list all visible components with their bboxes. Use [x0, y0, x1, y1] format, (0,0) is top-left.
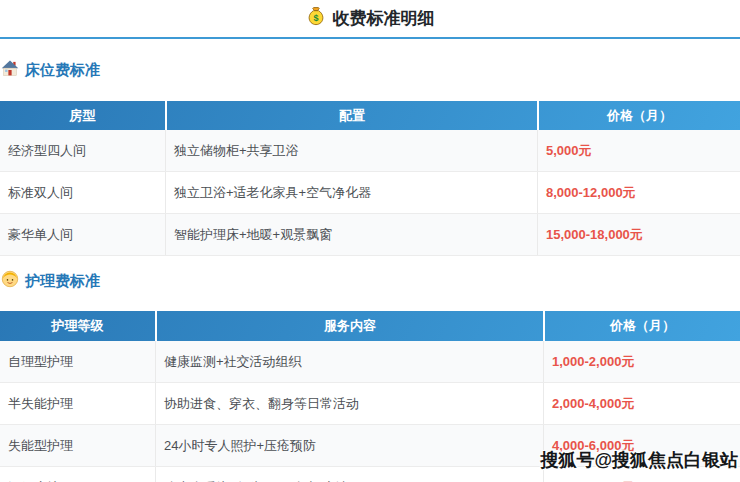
nursing-level-cell: 失能型护理 [0, 425, 155, 466]
money-bag-icon: $ [306, 6, 326, 32]
price-cell: 8,000-12,000元 [537, 172, 740, 213]
configuration-cell: 独立储物柜+共享卫浴 [165, 130, 537, 171]
price-cell: 5,000元 [537, 130, 740, 171]
bed-fee-table: 房型 配置 价格（月） 经济型四人间 独立储物柜+共享卫浴 5,000元 标准双… [0, 101, 740, 256]
price-cell: 2,000-4,000元 [543, 383, 740, 424]
bed-fee-table-header: 房型 配置 价格（月） [0, 101, 740, 130]
service-content-cell: 24小时专人照护+压疮预防 [155, 425, 543, 466]
house-icon [1, 59, 19, 81]
room-type-cell: 标准双人间 [0, 172, 165, 213]
section-heading-bed-fee: 床位费标准 [1, 59, 740, 81]
price-cell: 15,000-18,000元 [537, 214, 740, 255]
page-header: $ 收费标准明细 [0, 0, 740, 32]
page-title-text: 收费标准明细 [333, 8, 435, 30]
table-row: 经济型四人间 独立储物柜+共享卫浴 5,000元 [0, 130, 740, 172]
column-header-nursing-level: 护理等级 [0, 311, 155, 341]
nursing-level-cell: 认知症护理 [0, 467, 155, 482]
table-row: 半失能护理 协助进食、穿衣、翻身等日常活动 2,000-4,000元 [0, 383, 740, 425]
column-header-configuration: 配置 [165, 101, 537, 130]
section-heading-text: 护理费标准 [25, 272, 100, 290]
table-row: 自理型护理 健康监测+社交活动组织 1,000-2,000元 [0, 341, 740, 383]
nurse-icon [1, 270, 19, 292]
watermark: 搜狐号@搜狐焦点白银站 [540, 448, 738, 472]
table-row: 标准双人间 独立卫浴+适老化家具+空气净化器 8,000-12,000元 [0, 172, 740, 214]
column-header-service-content: 服务内容 [155, 311, 543, 341]
nursing-fee-table-header: 护理等级 服务内容 价格（月） [0, 311, 740, 341]
service-content-cell: 防走失系统+行为干预+怀旧疗法 [155, 467, 543, 482]
room-type-cell: 豪华单人间 [0, 214, 165, 255]
service-content-cell: 协助进食、穿衣、翻身等日常活动 [155, 383, 543, 424]
page-title: $ 收费标准明细 [306, 6, 435, 32]
bed-fee-table-body: 经济型四人间 独立储物柜+共享卫浴 5,000元 标准双人间 独立卫浴+适老化家… [0, 130, 740, 256]
section-heading-text: 床位费标准 [25, 61, 100, 79]
title-divider [0, 37, 740, 39]
configuration-cell: 独立卫浴+适老化家具+空气净化器 [165, 172, 537, 213]
table-row: 豪华单人间 智能护理床+地暖+观景飘窗 15,000-18,000元 [0, 214, 740, 256]
price-cell: 1,000-2,000元 [543, 341, 740, 382]
svg-text:$: $ [313, 13, 318, 23]
column-header-price: 价格（月） [543, 311, 740, 341]
nursing-level-cell: 自理型护理 [0, 341, 155, 382]
room-type-cell: 经济型四人间 [0, 130, 165, 171]
column-header-price: 价格（月） [537, 101, 740, 130]
service-content-cell: 健康监测+社交活动组织 [155, 341, 543, 382]
section-heading-nursing-fee: 护理费标准 [1, 270, 740, 292]
configuration-cell: 智能护理床+地暖+观景飘窗 [165, 214, 537, 255]
nursing-level-cell: 半失能护理 [0, 383, 155, 424]
column-header-room-type: 房型 [0, 101, 165, 130]
